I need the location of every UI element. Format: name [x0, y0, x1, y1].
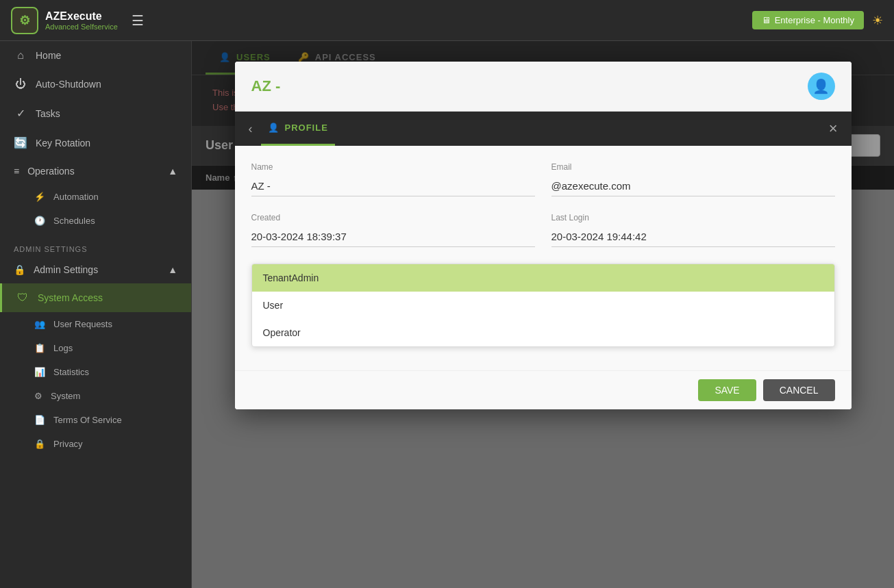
field-created: Created 20-03-2024 18:39:37: [251, 213, 535, 247]
profile-tab-icon: 👤: [268, 123, 280, 133]
tasks-icon: ✓: [14, 107, 27, 120]
modal-title-bar: AZ - 👤: [235, 62, 852, 112]
sidebar-item-tasks[interactable]: ✓ Tasks: [0, 99, 191, 128]
field-email-value: @azexecute.com: [551, 176, 835, 196]
system-icon: ⚙: [34, 391, 42, 401]
chevron-up-icon: ▲: [168, 166, 177, 177]
privacy-icon: 🔒: [34, 439, 45, 449]
chevron-up-icon: ▲: [168, 264, 177, 275]
field-name: Name AZ -: [251, 162, 535, 196]
cancel-button[interactable]: CANCEL: [763, 379, 835, 401]
modal-overlay[interactable]: AZ - 👤 ‹ 👤 PROFILE ×: [192, 41, 894, 588]
content-area: 👤 USERS 🔑 API ACCESS This is a complete …: [192, 41, 894, 588]
operations-icon: ≡: [14, 166, 19, 177]
field-name-label: Name: [251, 162, 535, 172]
enterprise-label: Enterprise - Monthly: [775, 15, 854, 25]
user-profile-modal: AZ - 👤 ‹ 👤 PROFILE ×: [235, 62, 852, 409]
modal-avatar: 👤: [808, 73, 835, 100]
field-email-label: Email: [551, 162, 835, 172]
section-divider: [0, 233, 191, 238]
system-access-icon: 🛡: [16, 292, 29, 304]
top-header: ⚙ AZExecute Advanced Selfservice ☰ 🖥 Ent…: [0, 0, 894, 41]
modal-user-title: AZ -: [251, 77, 281, 95]
modal-footer: SAVE CANCEL: [235, 370, 852, 409]
theme-toggle-icon[interactable]: ☀: [872, 13, 883, 28]
terms-icon: 📄: [34, 415, 45, 425]
sidebar-item-label: System: [51, 391, 80, 401]
sidebar-item-label: Operations: [27, 166, 74, 177]
modal-close-icon[interactable]: ×: [829, 112, 838, 146]
sidebar-item-system[interactable]: ⚙ System: [0, 384, 191, 408]
automation-icon: ⚡: [34, 192, 45, 202]
header-right: 🖥 Enterprise - Monthly ☀: [752, 11, 883, 29]
sidebar-item-label: Statistics: [53, 367, 89, 377]
field-email: Email @azexecute.com: [551, 162, 835, 196]
schedules-icon: 🕐: [34, 216, 45, 226]
hamburger-icon[interactable]: ☰: [132, 12, 144, 29]
sidebar-item-label: System Access: [38, 292, 103, 303]
form-row-2: Created 20-03-2024 18:39:37 Last Login 2…: [251, 213, 835, 247]
logo-area: ⚙ AZExecute Advanced Selfservice: [11, 7, 118, 34]
sidebar-item-label: Auto-Shutdown: [36, 79, 101, 90]
sidebar-item-user-requests[interactable]: 👥 User Requests: [0, 312, 191, 336]
sidebar-item-privacy[interactable]: 🔒 Privacy: [0, 432, 191, 456]
sidebar-item-label: Logs: [53, 343, 73, 353]
sidebar-item-label: Home: [36, 50, 61, 61]
sidebar-item-label: Terms Of Service: [53, 415, 122, 425]
home-icon: ⌂: [14, 49, 27, 62]
sidebar-item-key-rotation[interactable]: 🔄 Key Rotation: [0, 128, 191, 157]
logo-text: AZExecute Advanced Selfservice: [45, 10, 118, 31]
app-subtitle: Advanced Selfservice: [45, 23, 118, 31]
modal-prev-icon[interactable]: ‹: [249, 112, 261, 146]
field-last-login-value: 20-03-2024 19:44:42: [551, 227, 835, 247]
user-requests-icon: 👥: [34, 319, 45, 329]
avatar-icon: 👤: [812, 78, 830, 94]
sidebar-item-label: Schedules: [53, 216, 95, 226]
dropdown-item-operator[interactable]: Operator: [252, 319, 834, 346]
field-created-value: 20-03-2024 18:39:37: [251, 227, 535, 247]
sidebar-item-schedules[interactable]: 🕐 Schedules: [0, 209, 191, 233]
tab-profile[interactable]: 👤 PROFILE: [261, 112, 335, 146]
sidebar-item-logs[interactable]: 📋 Logs: [0, 336, 191, 360]
dropdown-list: TenantAdmin User Operator: [251, 264, 835, 347]
modal-body: Name AZ - Email @azexecute.com Created 2…: [235, 146, 852, 370]
sidebar-admin-settings[interactable]: 🔒 Admin Settings ▲: [0, 256, 191, 283]
dropdown-item-tenant-admin[interactable]: TenantAdmin: [252, 264, 834, 292]
sidebar-item-label: Admin Settings: [34, 264, 98, 275]
sidebar-item-label: Privacy: [53, 439, 83, 449]
field-created-label: Created: [251, 213, 535, 222]
auto-shutdown-icon: ⏻: [14, 78, 27, 90]
sidebar-item-automation[interactable]: ⚡ Automation: [0, 185, 191, 209]
modal-profile-bar: ‹ 👤 PROFILE ×: [235, 112, 852, 146]
sidebar-item-home[interactable]: ⌂ Home: [0, 41, 191, 70]
admin-section-label: Admin Settings: [0, 238, 191, 256]
sidebar-item-label: Automation: [53, 192, 99, 202]
sidebar-item-statistics[interactable]: 📊 Statistics: [0, 360, 191, 384]
main-layout: ⌂ Home ⏻ Auto-Shutdown ✓ Tasks 🔄 Key Rot…: [0, 41, 894, 588]
sidebar-item-label: Key Rotation: [36, 138, 90, 149]
sidebar-item-operations[interactable]: ≡ Operations ▲: [0, 157, 191, 185]
field-last-login-label: Last Login: [551, 213, 835, 222]
logs-icon: 📋: [34, 343, 45, 353]
form-row-1: Name AZ - Email @azexecute.com: [251, 162, 835, 196]
dropdown-item-user[interactable]: User: [252, 292, 834, 319]
field-name-value: AZ -: [251, 176, 535, 196]
enterprise-icon: 🖥: [762, 15, 771, 25]
sidebar-item-label: Tasks: [36, 108, 60, 119]
app-title: AZExecute: [45, 10, 118, 23]
sidebar-item-system-access[interactable]: 🛡 System Access: [0, 283, 191, 312]
save-button[interactable]: SAVE: [698, 379, 756, 401]
key-rotation-icon: 🔄: [14, 136, 27, 149]
enterprise-button[interactable]: 🖥 Enterprise - Monthly: [752, 11, 864, 29]
profile-tab-label: PROFILE: [285, 123, 328, 133]
role-dropdown[interactable]: TenantAdmin User Operator: [251, 264, 835, 347]
sidebar-item-terms[interactable]: 📄 Terms Of Service: [0, 408, 191, 432]
sidebar-item-label: User Requests: [53, 319, 112, 329]
field-last-login: Last Login 20-03-2024 19:44:42: [551, 213, 835, 247]
statistics-icon: 📊: [34, 367, 45, 377]
admin-settings-icon: 🔒: [14, 264, 25, 275]
sidebar: ⌂ Home ⏻ Auto-Shutdown ✓ Tasks 🔄 Key Rot…: [0, 41, 192, 588]
logo-icon: ⚙: [11, 7, 38, 34]
sidebar-item-auto-shutdown[interactable]: ⏻ Auto-Shutdown: [0, 70, 191, 99]
